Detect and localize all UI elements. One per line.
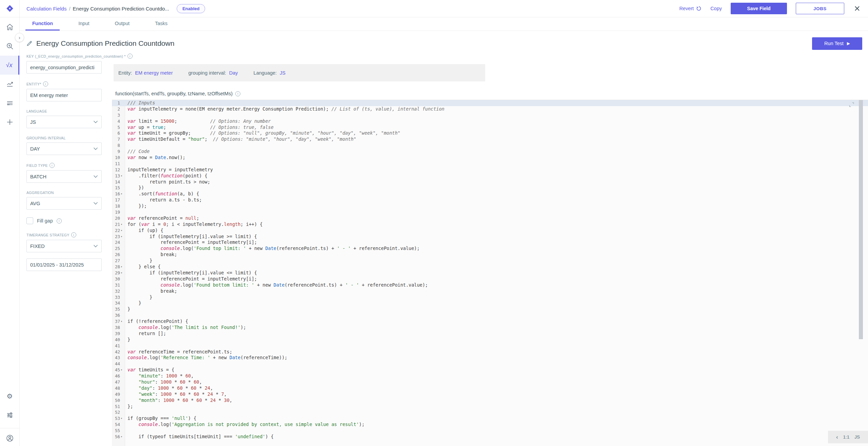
fullscreen-icon[interactable] <box>849 102 854 108</box>
code-line[interactable]: 46 "minute": 1000 * 60, <box>112 373 868 379</box>
field-type-select[interactable]: BATCH <box>26 170 102 183</box>
tab-output[interactable]: Output <box>108 17 136 31</box>
code-line[interactable]: 56▾ if (typeof timeUnits[timeUnit] === '… <box>112 434 868 440</box>
code-line[interactable]: 42var referenceTime = referencePoint.ts; <box>112 349 868 355</box>
tab-function[interactable]: Function <box>25 17 60 31</box>
edit-title-pencil-icon[interactable] <box>26 40 33 46</box>
field-type-info-icon[interactable]: i <box>50 163 55 168</box>
code-line[interactable]: 5var up = true; // Options: true, false <box>112 124 868 131</box>
code-line[interactable]: 8 <box>112 142 868 149</box>
code-line[interactable]: 55 <box>112 428 868 434</box>
code-line[interactable]: 32 break; <box>112 288 868 294</box>
fold-icon[interactable]: ▾ <box>120 367 125 373</box>
copy-button[interactable]: Copy <box>710 6 722 11</box>
fold-icon[interactable]: ▾ <box>120 415 125 422</box>
code-line[interactable]: 41 <box>112 343 868 349</box>
code-line[interactable]: 28▾ } else { <box>112 264 868 270</box>
fold-icon[interactable]: ▾ <box>120 228 125 234</box>
code-line[interactable]: 37▾if (!referencePoint) { <box>112 318 868 325</box>
code-line[interactable]: 24 referencePoint = inputTelemetry[i]; <box>112 239 868 246</box>
code-line[interactable]: 4var limit = 15000; // Options: Any numb… <box>112 118 868 124</box>
code-line[interactable]: 18 }); <box>112 203 868 209</box>
code-line[interactable]: 27 } <box>112 258 868 264</box>
code-line[interactable]: 47 "hour": 1000 * 60 * 60, <box>112 379 868 385</box>
timerange-strategy-select[interactable]: FIXED <box>26 240 102 252</box>
signature-info-icon[interactable]: i <box>235 91 240 96</box>
entity-info-icon[interactable]: i <box>43 81 48 86</box>
code-line[interactable]: 16▾ .sort(function(a, b) { <box>112 191 868 197</box>
code-line[interactable]: 11 <box>112 161 868 167</box>
key-input[interactable]: energy_consumption_predicti <box>26 61 102 74</box>
code-line[interactable]: 31 console.log('Found bottom limit: ' + … <box>112 282 868 288</box>
code-line[interactable]: 45▾var timeUnits = { <box>112 367 868 373</box>
code-line[interactable]: 10var now = Date.now(); <box>112 155 868 161</box>
code-line[interactable]: 34 } <box>112 300 868 306</box>
fold-icon[interactable]: ▾ <box>120 270 125 276</box>
context-language-value[interactable]: JS <box>280 70 285 76</box>
code-line[interactable]: 21▾for (var i = 0; i < inputTelemetry.le… <box>112 221 868 228</box>
code-line[interactable]: 7var timeUnitDefault = "hour"; // Option… <box>112 136 868 142</box>
code-line[interactable]: 35} <box>112 306 868 312</box>
code-line[interactable]: 25 console.log('Found top limit: ' + new… <box>112 246 868 252</box>
fold-icon[interactable]: ▾ <box>120 234 125 240</box>
key-info-icon[interactable]: i <box>127 54 133 59</box>
fill-gap-checkbox[interactable] <box>26 217 33 224</box>
fold-icon[interactable]: ▾ <box>120 264 125 270</box>
language-select[interactable]: JS <box>26 116 102 128</box>
sidebar-expand-button[interactable]: › <box>15 33 24 42</box>
save-field-button[interactable]: Save Field <box>731 3 787 14</box>
code-line[interactable]: 40} <box>112 337 868 343</box>
code-line[interactable]: 15 }) <box>112 185 868 191</box>
settings-gear-icon[interactable]: ⚙ <box>0 387 19 406</box>
scrollbar-thumb[interactable] <box>859 100 863 339</box>
code-line[interactable]: 43console.log('Reference Time: ' + new D… <box>112 355 868 361</box>
code-area[interactable]: 1/// Inputs2var inputTelemetry = none(EM… <box>112 100 868 440</box>
code-line[interactable]: 17 return a.ts - b.ts; <box>112 197 868 203</box>
fill-gap-info-icon[interactable]: i <box>57 218 62 224</box>
code-line[interactable]: 14 return point.ts > now; <box>112 179 868 185</box>
code-line[interactable]: 26 break; <box>112 252 868 258</box>
fold-icon[interactable]: ▾ <box>120 173 125 179</box>
breadcrumb-root-link[interactable]: Calculation Fields <box>26 6 66 12</box>
entity-input[interactable]: EM energy meter <box>26 89 102 101</box>
fold-icon[interactable]: ▾ <box>120 318 125 325</box>
code-line[interactable]: 30 referencePoint = inputTelemetry[i]; <box>112 276 868 282</box>
code-line[interactable]: 50 "month": 1000 * 60 * 60 * 24 * 30, <box>112 397 868 404</box>
fold-icon[interactable]: ▾ <box>120 191 125 197</box>
close-icon[interactable] <box>854 5 861 12</box>
tab-tasks[interactable]: Tasks <box>148 17 174 31</box>
timerange-info-icon[interactable]: i <box>71 232 76 237</box>
code-line[interactable]: 38 console.log('The limit is not Found!'… <box>112 325 868 331</box>
tab-input[interactable]: Input <box>72 17 96 31</box>
code-editor[interactable]: 1/// Inputs2var inputTelemetry = none(EM… <box>112 100 868 446</box>
code-line[interactable]: 48 "day": 1000 * 60 * 60 * 24, <box>112 385 868 391</box>
code-line[interactable]: 29▾ if (inputTelemetry[i].value <= limit… <box>112 270 868 276</box>
code-line[interactable]: 2var inputTelemetry = none(EM energy met… <box>112 106 868 112</box>
code-line[interactable]: 3 <box>112 112 868 118</box>
code-line[interactable]: 22▾ if (up) { <box>112 228 868 234</box>
run-test-button[interactable]: Run Test ▶ <box>812 37 862 50</box>
context-entity-value[interactable]: EM energy meter <box>135 70 173 76</box>
code-line[interactable]: 54 console.log('Aggregation is not provi… <box>112 422 868 428</box>
code-line[interactable]: 39 return []; <box>112 331 868 337</box>
code-line[interactable]: 33 } <box>112 294 868 300</box>
trend-chart-icon[interactable] <box>0 75 19 94</box>
code-line[interactable]: 52 <box>112 409 868 415</box>
list-menu-icon[interactable] <box>0 94 19 113</box>
code-line[interactable]: 53▾if (groupBy === 'null') { <box>112 415 868 422</box>
code-line[interactable]: 44 <box>112 361 868 367</box>
calculation-fields-icon[interactable]: √x <box>0 56 19 75</box>
code-line[interactable]: 36 <box>112 312 868 318</box>
code-line[interactable]: 23▾ if (inputTelemetry[i].value >= limit… <box>112 234 868 240</box>
date-range-input[interactable]: 01/01/2025 - 31/12/2025 <box>26 258 102 271</box>
code-line[interactable]: 19 <box>112 209 868 215</box>
code-line[interactable]: 1/// Inputs <box>112 100 868 106</box>
code-line[interactable]: 12inputTelemetry = inputTelemetry <box>112 167 868 173</box>
code-line[interactable]: 9/// Code <box>112 149 868 155</box>
code-line[interactable]: 13▾ .filter(function(point) { <box>112 173 868 179</box>
code-line[interactable]: 6var timeUnit = groupBy; // Options: "nu… <box>112 130 868 136</box>
code-line[interactable]: 20var referencePoint = null; <box>112 215 868 221</box>
jobs-button[interactable]: JOBS <box>796 3 844 14</box>
zoom-level[interactable]: 1:1 <box>843 434 850 440</box>
add-new-icon[interactable] <box>0 113 19 132</box>
